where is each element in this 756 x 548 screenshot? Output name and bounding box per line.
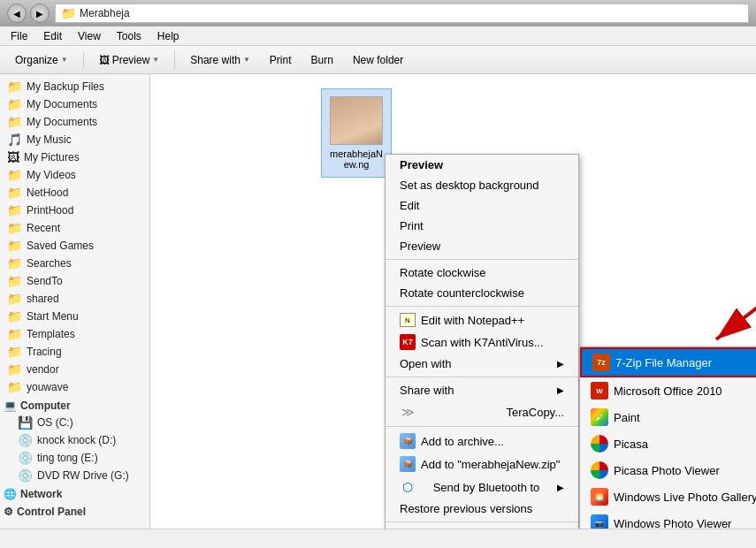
sidebar-item-osc[interactable]: 💾 OS (C:): [0, 414, 149, 431]
sidebar-item-shared[interactable]: 📁 shared: [0, 290, 149, 308]
sidebar-item-dvdrw[interactable]: 💿 DVD RW Drive (G:): [0, 467, 149, 484]
ctx-item-rotateccw[interactable]: Rotate counterclockwise: [386, 283, 578, 303]
ctx-item-k7[interactable]: K7 Scan with K7AntiVirus...: [386, 331, 578, 354]
thumbnail-image: [331, 97, 382, 144]
ctx-item-sharewith[interactable]: Share with ▶: [386, 380, 578, 400]
ctx-item-addzip[interactable]: 📦 Add to "merabhejaNew.zip": [386, 453, 578, 476]
sub-item-picasa[interactable]: Picasa: [580, 430, 756, 457]
sidebar-item-label: OS (C:): [37, 416, 73, 429]
menu-tools[interactable]: Tools: [110, 28, 149, 44]
cdrom-icon: 💿: [18, 433, 33, 447]
window-controls[interactable]: ◀ ▶: [7, 4, 50, 23]
sub-item-label: Picasa: [614, 438, 648, 451]
sidebar-item-recent[interactable]: 📁 Recent: [0, 219, 149, 237]
folder-icon: 📁: [7, 221, 22, 235]
menu-help[interactable]: Help: [150, 28, 187, 44]
sub-item-wpv[interactable]: 📷 Windows Photo Viewer: [580, 510, 756, 529]
sidebar-item-nethood[interactable]: 📁 NetHood: [0, 184, 149, 202]
address-bar[interactable]: 📁 Merabheja: [55, 4, 749, 23]
ctx-label: Send by Bluetooth to: [433, 481, 540, 494]
sub-item-office[interactable]: W Microsoft Office 2010: [580, 377, 756, 404]
sidebar-item-sendto[interactable]: 📁 SendTo: [0, 272, 149, 290]
drive-icon: 💾: [18, 415, 33, 430]
sidebar-item-label: Searches: [27, 257, 72, 270]
ctx-item-preview2[interactable]: Preview: [386, 236, 578, 256]
sub-item-wlpg[interactable]: 🌅 Windows Live Photo Gallery: [580, 483, 756, 510]
ctx-item-preview-bold[interactable]: Preview: [386, 155, 578, 175]
ctx-label: Add to archive...: [421, 435, 504, 448]
network-icon: 🌐: [4, 488, 17, 500]
ctx-item-restoreprev[interactable]: Restore previous versions: [386, 499, 578, 519]
sidebar-item-mypictures[interactable]: 🖼 My Pictures: [0, 148, 149, 166]
sidebar-item-youwave[interactable]: 📁 youwave: [0, 378, 149, 396]
computer-icon: 💻: [4, 400, 17, 412]
submenu-arrow: ▶: [557, 483, 564, 492]
sidebar-item-mydocuments1[interactable]: 📁 My Documents: [0, 95, 149, 113]
ctx-separator4: [386, 426, 578, 427]
sub-item-paint[interactable]: 🖌 Paint: [580, 404, 756, 430]
menu-file[interactable]: File: [4, 28, 34, 44]
sidebar-item-tingtong[interactable]: 💿 ting tong (E:): [0, 449, 149, 467]
print-button[interactable]: Print: [262, 50, 300, 70]
controlpanel-icon: ⚙: [4, 506, 13, 518]
burn-label: Burn: [311, 54, 333, 66]
menu-edit[interactable]: Edit: [36, 28, 69, 44]
sidebar-item-label: Templates: [27, 328, 75, 340]
ctx-label: Open with: [400, 357, 452, 370]
sidebar-item-controlpanel[interactable]: ⚙ Control Panel: [0, 502, 149, 520]
forward-button[interactable]: ▶: [30, 4, 50, 23]
sidebar-item-printhood[interactable]: 📁 PrintHood: [0, 202, 149, 219]
sidebar-item-templates[interactable]: 📁 Templates: [0, 325, 149, 343]
burn-button[interactable]: Burn: [303, 50, 341, 70]
sharewith-button[interactable]: Share with ▼: [182, 50, 258, 70]
sidebar-item-searches[interactable]: 📁 Searches: [0, 255, 149, 272]
sidebar-item-mydocuments2[interactable]: 📁 My Documents: [0, 113, 149, 131]
organize-label: Organize: [15, 54, 58, 66]
ctx-item-setdesktop[interactable]: Set as desktop background: [386, 175, 578, 195]
7zip-icon: 7z: [592, 354, 610, 371]
menu-view[interactable]: View: [71, 28, 108, 44]
sidebar-item-myvideos[interactable]: 📁 My Videos: [0, 166, 149, 184]
sidebar-item-mybackupfiles[interactable]: 📁 My Backup Files: [0, 78, 149, 95]
sidebar-item-vendor[interactable]: 📁 vendor: [0, 361, 149, 378]
sidebar-item-network[interactable]: 🌐 Network: [0, 484, 149, 502]
print-label: Print: [270, 54, 292, 66]
file-item[interactable]: merabhejaNew.ng: [321, 88, 392, 178]
ctx-item-notepad[interactable]: N Edit with Notepad++: [386, 309, 578, 331]
sidebar-item-computer[interactable]: 💻 Computer: [0, 396, 149, 414]
ctx-item-bluetooth[interactable]: ⬡ Send by Bluetooth to ▶: [386, 476, 578, 499]
sidebar-item-startmenu[interactable]: 📁 Start Menu: [0, 308, 149, 325]
folder-icon: 📁: [7, 256, 22, 270]
sidebar-item-knockknock[interactable]: 💿 knock knock (D:): [0, 431, 149, 449]
ctx-label: Restore previous versions: [400, 502, 532, 515]
folder-icon: 📁: [61, 6, 76, 20]
ctx-item-edit[interactable]: Edit: [386, 195, 578, 216]
sidebar-item-savedgames[interactable]: 📁 Saved Games: [0, 237, 149, 255]
music-icon: 🎵: [7, 133, 22, 147]
bluetooth-icon: ⬡: [400, 479, 416, 495]
back-button[interactable]: ◀: [7, 4, 27, 23]
sidebar: 📁 My Backup Files 📁 My Documents 📁 My Do…: [0, 74, 150, 529]
sidebar-item-label: My Backup Files: [27, 80, 104, 93]
ctx-item-openwith[interactable]: Open with ▶: [386, 354, 578, 374]
preview-icon: 🖼: [99, 54, 110, 66]
ctx-label: Print: [400, 219, 424, 232]
organize-button[interactable]: Organize ▼: [7, 50, 76, 70]
ctx-item-rotatecw[interactable]: Rotate clockwise: [386, 263, 578, 283]
preview-button[interactable]: 🖼 Preview ▼: [91, 50, 168, 70]
ctx-item-addarchive[interactable]: 📦 Add to archive...: [386, 430, 578, 453]
ctx-item-teracopy[interactable]: ≫ TeraCopy...: [386, 400, 578, 423]
sidebar-item-label: Recent: [27, 222, 60, 234]
ctx-item-sendto[interactable]: Send to ▶: [386, 525, 578, 529]
folder-icon: 📁: [7, 292, 22, 306]
sidebar-item-label: vendor: [27, 363, 59, 376]
newfolder-button[interactable]: New folder: [345, 50, 411, 70]
ctx-label: TeraCopy...: [506, 406, 564, 419]
sub-item-picasaviewer[interactable]: Picasa Photo Viewer: [580, 457, 756, 483]
sidebar-item-label: Network: [20, 488, 62, 500]
sidebar-item-tracing[interactable]: 📁 Tracing: [0, 343, 149, 361]
sub-item-label: Windows Photo Viewer: [614, 517, 731, 529]
sidebar-item-mymusic[interactable]: 🎵 My Music: [0, 131, 149, 148]
ctx-item-print[interactable]: Print: [386, 216, 578, 236]
sub-item-7zip[interactable]: 7z 7-Zip File Manager: [580, 347, 756, 377]
